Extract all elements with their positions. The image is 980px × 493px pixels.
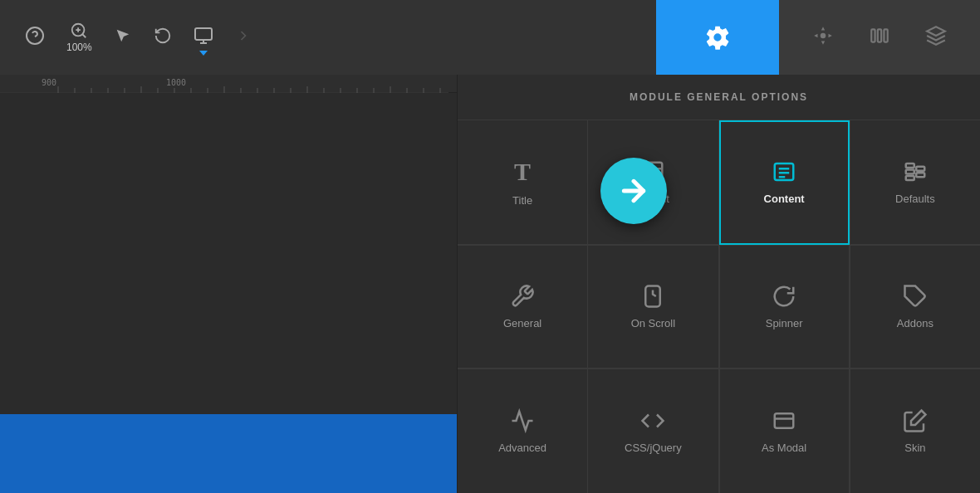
canvas-body: [0, 93, 457, 493]
module-item-advanced[interactable]: Advanced: [458, 369, 588, 493]
columns-icon: [869, 25, 890, 46]
layers-icon[interactable]: [925, 25, 947, 50]
stack-icon: [925, 25, 947, 46]
on-scroll-label: On Scroll: [631, 317, 675, 329]
cursor-icon[interactable]: [114, 27, 132, 48]
module-item-addons[interactable]: Addons: [850, 245, 980, 369]
panel-title: MODULE GENERAL OPTIONS: [630, 91, 808, 103]
module-item-css-jquery[interactable]: CSS/jQuery: [588, 369, 718, 493]
svg-marker-12: [927, 27, 945, 36]
modal-icon: [772, 408, 796, 433]
css-jquery-label: CSS/jQuery: [625, 442, 682, 454]
forward-arrow-icon: [235, 27, 252, 44]
svg-rect-47: [906, 176, 914, 180]
module-item-as-modal[interactable]: As Modal: [719, 369, 850, 493]
module-item-content[interactable]: Content: [719, 120, 850, 245]
module-item-on-scroll[interactable]: On Scroll: [588, 245, 718, 369]
chart-icon: [510, 408, 535, 433]
content-icon: [772, 159, 796, 184]
move-icon[interactable]: [812, 25, 834, 50]
svg-rect-10: [878, 29, 881, 41]
help-circle-icon: [25, 26, 45, 46]
module-item-spinner[interactable]: Spinner: [719, 245, 850, 369]
module-item-defaults[interactable]: Defaults: [850, 120, 980, 245]
right-arrow-icon: [617, 174, 650, 207]
svg-rect-50: [646, 286, 661, 306]
monitor-icon[interactable]: [194, 26, 213, 49]
slideshow-icon[interactable]: [869, 25, 890, 50]
module-item-general[interactable]: General: [458, 245, 588, 369]
panel-header: MODULE GENERAL OPTIONS: [458, 75, 980, 120]
undo-circle-icon: [154, 27, 172, 45]
pointer-icon: [114, 27, 132, 45]
svg-rect-52: [775, 413, 794, 428]
svg-rect-6: [195, 28, 212, 40]
zoom-value: 100%: [66, 41, 92, 53]
paint-icon: [903, 408, 928, 433]
title-icon: T: [514, 158, 531, 186]
svg-line-3: [83, 34, 86, 37]
spinner-icon: [772, 284, 796, 309]
forward-icon[interactable]: [235, 27, 252, 48]
right-panel: MODULE GENERAL OPTIONS T Title: [457, 75, 980, 493]
svg-rect-45: [906, 164, 914, 168]
title-label: Title: [512, 194, 532, 207]
svg-rect-48: [916, 167, 924, 171]
search-icon[interactable]: 100%: [66, 22, 92, 53]
blue-accent-bar: [0, 414, 457, 493]
module-item-skin[interactable]: Skin: [850, 369, 980, 493]
puzzle-icon: [903, 284, 928, 309]
as-modal-label: As Modal: [762, 442, 806, 454]
help-icon[interactable]: [25, 26, 45, 50]
crosshair-icon: [812, 25, 834, 46]
spinner-label: Spinner: [766, 317, 803, 329]
defaults-icon: [903, 159, 928, 184]
module-options-grid: T Title Layout: [458, 120, 980, 493]
zoom-icon: [70, 22, 88, 40]
responsive-indicator: [199, 51, 208, 56]
content-label: Content: [764, 193, 805, 205]
svg-rect-46: [906, 169, 914, 173]
advanced-label: Advanced: [498, 442, 546, 454]
undo-icon[interactable]: [154, 27, 172, 48]
skin-label: Skin: [904, 442, 925, 454]
module-item-title[interactable]: T Title: [458, 120, 588, 245]
addons-label: Addons: [897, 317, 933, 329]
desktop-icon: [194, 26, 213, 46]
defaults-label: Defaults: [895, 193, 935, 205]
ruler-ticks: [0, 75, 448, 93]
nav-arrow-button[interactable]: [600, 158, 667, 224]
svg-rect-9: [871, 29, 875, 41]
ruler: 900 1000: [0, 75, 457, 93]
wrench-icon: [510, 284, 535, 309]
tab-settings[interactable]: [656, 0, 779, 75]
general-label: General: [503, 317, 541, 329]
code-icon: [640, 408, 665, 433]
scroll-icon: [640, 284, 665, 309]
svg-rect-11: [884, 29, 887, 41]
svg-rect-49: [916, 173, 924, 177]
gear-icon: [704, 24, 731, 51]
svg-marker-54: [911, 411, 926, 426]
canvas-area: 900 1000: [0, 75, 457, 493]
